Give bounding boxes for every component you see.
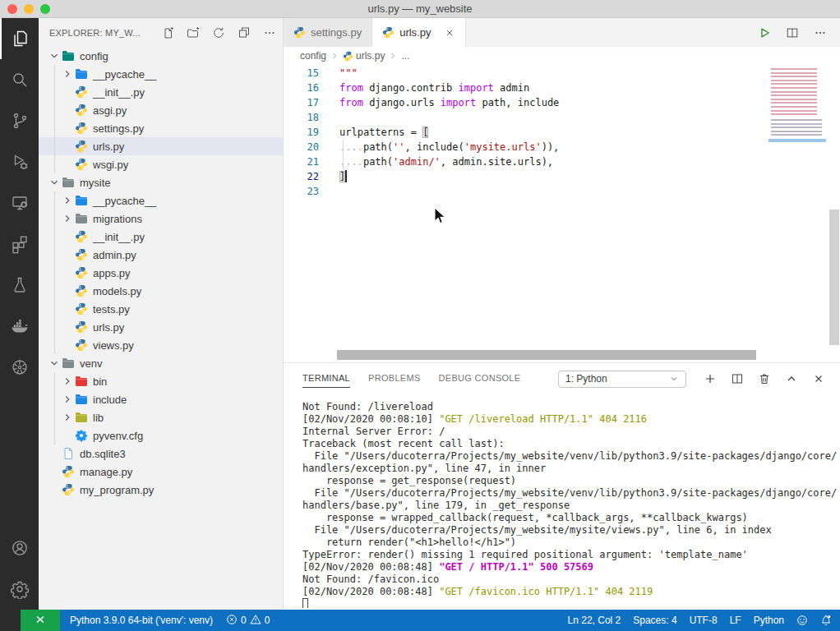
terminal-instance-select[interactable]: 1: Python [558,371,686,388]
code-line-15[interactable]: """ [339,66,766,81]
breadcrumb-item-urls-py[interactable]: urls.py [343,50,385,62]
breadcrumb-item--[interactable]: ... [401,50,409,62]
activity-run-debug-icon[interactable] [0,141,39,182]
code-line-17[interactable]: from django.urls import path, include [339,95,766,110]
activity-testing-icon[interactable] [0,265,39,306]
tab-label: settings.py [311,26,362,39]
python-icon [75,158,88,171]
error-icon [226,614,238,628]
tree-item-settings-py[interactable]: settings.py [39,119,283,137]
split-editor-button[interactable] [786,26,799,39]
new-file-icon[interactable] [161,26,174,39]
code-line-16[interactable]: from django.contrib import admin [339,81,766,95]
activity-docker-icon[interactable] [0,306,39,347]
close-icon[interactable] [444,27,455,39]
tree-item-pyvenv-cfg[interactable]: pyvenv.cfg [39,426,283,444]
feedback-icon[interactable] [796,615,808,626]
tree-indent-guide [54,372,55,444]
tree-item-my-program-py[interactable]: my_program.py [39,481,283,499]
panel-tab-debug-console[interactable]: DEBUG CONSOLE [439,370,521,388]
more-actions-button[interactable] [814,26,827,39]
tab-urls-py[interactable]: urls.py [372,18,466,47]
tree-item-include[interactable]: include [39,390,283,408]
code-line-21[interactable]: path('admin/', admin.site.urls), [339,154,766,169]
tree-item-pycache[interactable]: __pycache__ [39,65,283,83]
indentation-indicator[interactable]: Spaces: 4 [633,615,676,626]
close-panel-button[interactable] [812,372,825,385]
tree-item-asgi-py[interactable]: asgi.py [39,101,283,119]
editor-group: settings.pyurls.py configurls.py... 1516… [284,18,840,610]
tree-item-urls-py[interactable]: urls.py [39,318,283,336]
tree-item-urls-py[interactable]: urls.py [39,137,283,155]
remote-indicator[interactable] [21,610,60,631]
encoding-indicator[interactable]: UTF-8 [690,615,718,626]
refresh-icon[interactable] [212,26,225,39]
tree-item-views-py[interactable]: views.py [39,336,283,354]
text-cursor [345,170,347,182]
language-mode-indicator[interactable]: Python [754,615,784,626]
chevron-right-icon [62,67,75,81]
tree-item-venv[interactable]: venv [39,354,283,372]
minimap[interactable] [768,67,826,165]
tree-item-mysite[interactable]: mysite [39,173,283,191]
collapse-folders-icon[interactable] [238,26,251,39]
eol-indicator[interactable]: LF [730,615,741,626]
code-line-23[interactable] [339,184,766,199]
tree-item-tests-py[interactable]: tests.py [39,300,283,318]
tree-item-init-py[interactable]: __init__.py [39,83,283,101]
activity-source-control-icon[interactable] [0,100,39,141]
code-editor[interactable]: 151617181920212223 """from django.contri… [284,65,840,362]
code-line-19[interactable]: urlpatterns = [ [339,125,766,140]
tree-item-init-py[interactable]: __init__.py [39,228,283,246]
new-terminal-button[interactable] [704,372,717,385]
activity-settings-icon[interactable] [0,569,39,610]
line-number: 15 [284,66,319,81]
run-python-file-button[interactable] [758,26,771,39]
titlebar[interactable]: urls.py — my_website [0,0,840,18]
panel-tab-problems[interactable]: PROBLEMS [368,370,421,388]
activity-explorer-icon[interactable] [0,18,39,59]
python-interpreter-indicator[interactable]: Python 3.9.0 64-bit ('venv': venv) [70,615,213,626]
tree-item-bin[interactable]: bin [39,372,283,390]
folder-icon [75,375,88,388]
activity-account-icon[interactable] [0,527,39,569]
chevron-right-icon [62,393,75,406]
python-icon [75,230,88,243]
cursor-position-indicator[interactable]: Ln 22, Col 2 [568,615,621,626]
more-icon[interactable] [263,26,276,39]
tree-item-config[interactable]: config [39,47,283,65]
maximize-panel-button[interactable] [785,372,798,385]
code-line-18[interactable] [339,110,766,125]
tree-item-models-py[interactable]: models.py [39,282,283,300]
tree-item-label: migrations [93,213,142,225]
tree-item-migrations[interactable]: migrations [39,210,283,228]
tree-item-label: settings.py [93,122,144,135]
tree-item-wsgi-py[interactable]: wsgi.py [39,155,283,173]
tree-item-db-sqlite3[interactable]: db.sqlite3 [39,444,283,463]
activity-search-icon[interactable] [0,59,39,100]
activity-remote-explorer-icon[interactable] [0,182,39,223]
new-folder-icon[interactable] [187,26,200,39]
line-number: 19 [284,125,319,140]
horizontal-scrollbar[interactable] [337,350,756,360]
code-content[interactable]: """from django.contrib import adminfrom … [339,66,766,199]
tab-settings-py[interactable]: settings.py [284,18,372,47]
activity-kubernetes-icon[interactable] [0,347,39,388]
split-terminal-button[interactable] [731,372,744,385]
activity-extensions-icon[interactable] [0,223,39,265]
kill-terminal-button[interactable] [758,372,771,385]
tree-item-lib[interactable]: lib [39,408,283,426]
problems-indicator[interactable]: 0 0 [226,614,270,628]
code-line-22[interactable]: ] [339,169,766,184]
terminal-line: handlers/exception.py", line 47, in inne… [302,463,837,475]
tree-item-manage-py[interactable]: manage.py [39,463,283,481]
tree-item-admin-py[interactable]: admin.py [39,246,283,264]
tree-item-pycache[interactable]: __pycache__ [39,191,283,210]
tree-item-apps-py[interactable]: apps.py [39,264,283,282]
breadcrumb-item-config[interactable]: config [300,50,326,62]
notifications-bell-icon[interactable] [820,615,832,626]
code-line-20[interactable]: path('', include('mysite.urls')), [339,140,766,154]
terminal-output[interactable]: Not Found: /livereload[02/Nov/2020 00:08… [302,401,837,608]
panel-tab-terminal[interactable]: TERMINAL [302,370,350,388]
vertical-scrollbar[interactable] [829,210,839,345]
